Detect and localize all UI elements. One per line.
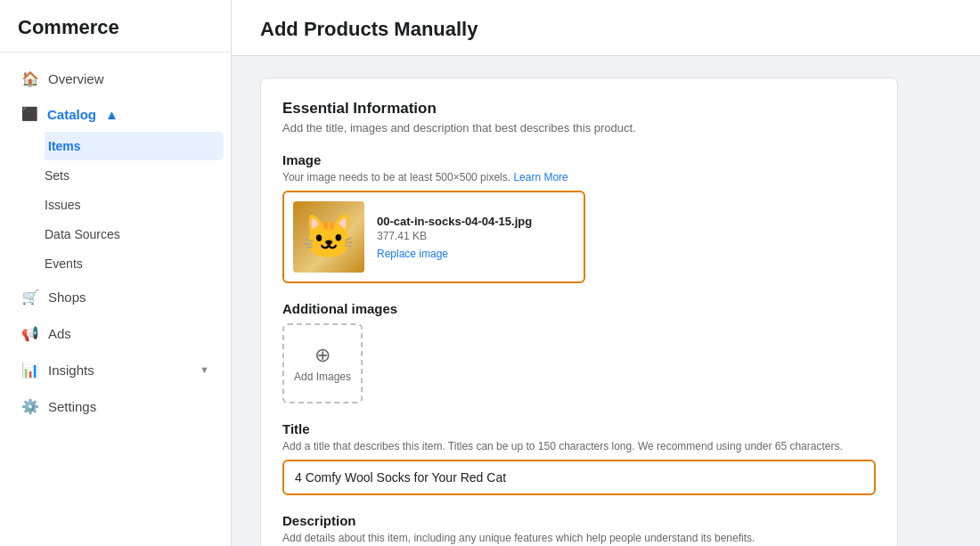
sidebar-nav: 🏠 Overview ⬛ Catalog ▲ Items Sets Issues… xyxy=(0,53,231,432)
shops-icon: 🛒 xyxy=(21,288,39,306)
description-field-group: Description Add details about this item,… xyxy=(282,513,876,546)
sidebar-item-items[interactable]: Items xyxy=(45,132,224,160)
form-area: Essential Information Add the title, ima… xyxy=(232,56,927,546)
page-header: Add Products Manually xyxy=(232,0,980,56)
title-field-group: Title Add a title that describes this it… xyxy=(282,421,876,495)
insights-icon: 📊 xyxy=(21,361,39,379)
sidebar-item-insights[interactable]: 📊 Insights ▼ xyxy=(7,352,224,387)
essential-info-card: Essential Information Add the title, ima… xyxy=(260,77,898,546)
page-title: Add Products Manually xyxy=(260,18,951,41)
catalog-icon: ⬛ xyxy=(21,106,38,122)
sidebar-label-catalog: Catalog xyxy=(47,107,96,122)
main-content: Add Products Manually Essential Informat… xyxy=(232,0,980,546)
learn-more-link[interactable]: Learn More xyxy=(513,171,568,183)
sidebar-label-overview: Overview xyxy=(48,71,209,86)
image-field-group: Image Your image needs to be at least 50… xyxy=(282,152,876,283)
sidebar-item-settings[interactable]: ⚙️ Settings xyxy=(7,388,224,424)
chevron-down-icon: ▼ xyxy=(200,364,209,375)
title-input[interactable] xyxy=(282,460,876,495)
add-images-box[interactable]: ⊕ Add Images xyxy=(282,323,363,403)
ads-icon: 📢 xyxy=(21,324,39,342)
catalog-sub-menu: Items Sets Issues Data Sources Events xyxy=(0,132,231,278)
image-meta: 00-cat-in-socks-04-04-15.jpg 377.41 KB R… xyxy=(377,215,575,260)
title-label: Title xyxy=(282,421,876,436)
home-icon: 🏠 xyxy=(21,69,39,87)
section-title: Essential Information xyxy=(282,100,876,118)
sidebar-item-overview[interactable]: 🏠 Overview xyxy=(7,61,224,96)
sidebar-label-insights: Insights xyxy=(48,363,191,378)
sidebar-label-settings: Settings xyxy=(48,399,209,414)
sidebar-label-ads: Ads xyxy=(48,326,209,341)
sidebar-item-issues[interactable]: Issues xyxy=(45,191,224,219)
sidebar-item-catalog[interactable]: ⬛ Catalog ▲ xyxy=(7,97,224,131)
image-size: 377.41 KB xyxy=(377,230,575,242)
cat-image xyxy=(293,201,364,273)
section-subtitle: Add the title, images and description th… xyxy=(282,121,876,134)
sidebar-item-ads[interactable]: 📢 Ads xyxy=(7,315,224,351)
image-filename: 00-cat-in-socks-04-04-15.jpg xyxy=(377,215,575,228)
image-hint: Your image needs to be at least 500×500 … xyxy=(282,171,876,183)
image-hint-text: Your image needs to be at least 500×500 … xyxy=(282,171,510,183)
image-preview xyxy=(293,201,364,273)
plus-icon: ⊕ xyxy=(314,344,331,367)
image-label: Image xyxy=(282,152,876,167)
sidebar-label-shops: Shops xyxy=(48,289,209,305)
description-hint: Add details about this item, including a… xyxy=(282,532,876,544)
sidebar-item-shops[interactable]: 🛒 Shops xyxy=(7,279,224,314)
catalog-section: ⬛ Catalog ▲ Items Sets Issues Data Sourc… xyxy=(0,97,231,278)
add-images-label: Add Images xyxy=(294,371,351,383)
additional-images-label: Additional images xyxy=(282,301,876,316)
sidebar: Commerce 🏠 Overview ⬛ Catalog ▲ Items Se… xyxy=(0,0,232,546)
app-logo: Commerce xyxy=(0,0,231,53)
title-hint: Add a title that describes this item. Ti… xyxy=(282,440,876,452)
settings-icon: ⚙️ xyxy=(21,397,39,415)
chevron-up-icon: ▲ xyxy=(105,107,118,122)
description-label: Description xyxy=(282,513,876,528)
sidebar-item-sets[interactable]: Sets xyxy=(45,161,224,190)
additional-images-group: Additional images ⊕ Add Images xyxy=(282,301,876,403)
image-upload-box[interactable]: 00-cat-in-socks-04-04-15.jpg 377.41 KB R… xyxy=(282,191,585,283)
sidebar-item-data-sources[interactable]: Data Sources xyxy=(45,220,224,249)
sidebar-item-events[interactable]: Events xyxy=(45,249,224,278)
replace-image-link[interactable]: Replace image xyxy=(377,248,448,260)
